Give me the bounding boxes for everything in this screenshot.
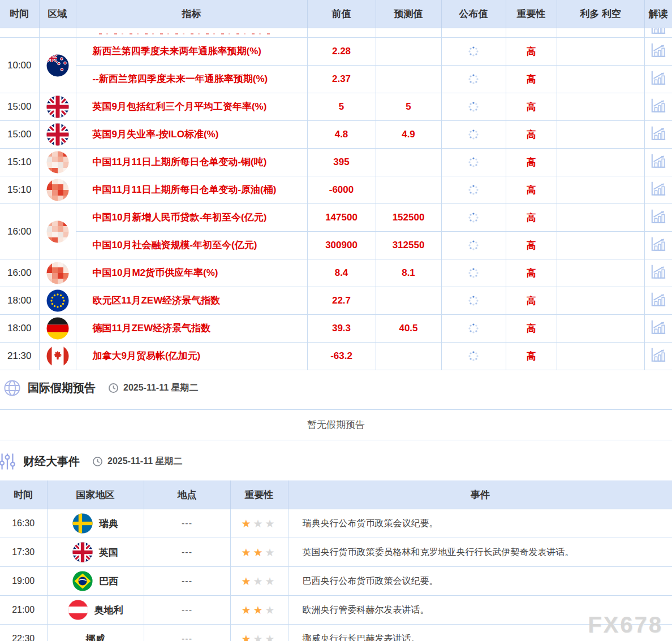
indicator-cell — [76, 28, 307, 38]
flag-uk-icon — [46, 123, 69, 146]
country-cell: 巴西 — [47, 567, 144, 596]
bias-cell — [557, 287, 644, 315]
importance-cell: 高 — [506, 176, 557, 204]
clock-icon — [92, 456, 103, 467]
chart-icon[interactable] — [650, 98, 667, 114]
indicator-link[interactable]: 新西兰第四季度未来两年通胀率预期(%) — [77, 45, 307, 57]
star-icon: ★ — [265, 547, 277, 558]
importance-cell: 高 — [506, 259, 557, 287]
chart-icon[interactable] — [650, 292, 667, 307]
chart-icon — [650, 28, 667, 37]
time-cell: 22:30 — [0, 625, 47, 641]
economic-row: 15:10中国11月11日上期所每日仓单变动-铜(吨)395高 — [0, 149, 672, 176]
importance-cell: 高 — [506, 121, 557, 149]
previous-cell: 395 — [307, 149, 376, 176]
chart-icon[interactable] — [650, 347, 667, 363]
indicator-link[interactable]: 英国9月失业率-按ILO标准(%) — [77, 128, 307, 140]
time-cell — [0, 28, 39, 38]
header-indicator: 指标 — [76, 0, 307, 28]
indicator-link[interactable]: 中国11月11日上期所每日仓单变动-原油(桶) — [77, 184, 307, 196]
interpretation-cell — [644, 315, 672, 343]
forecast-cell: 4.9 — [376, 121, 441, 149]
globe-icon — [3, 379, 21, 397]
loading-spinner-icon — [467, 128, 480, 141]
loading-spinner-icon — [467, 239, 480, 252]
importance-cell: ★★★ — [230, 625, 288, 641]
header-location: 地点 — [144, 480, 230, 509]
economic-row: 15:00英国9月包括红利三个月平均工资年率(%)55高 — [0, 93, 672, 121]
time-cell: 15:00 — [0, 93, 39, 121]
header-region: 区域 — [39, 0, 76, 28]
importance-cell: ★★★ — [230, 596, 288, 625]
location-cell: --- — [144, 567, 230, 596]
indicator-link[interactable]: 英国9月包括红利三个月平均工资年率(%) — [77, 101, 307, 112]
indicator-link[interactable]: 加拿大9月贸易帐(亿加元) — [77, 350, 307, 362]
indicator-cell: 英国9月失业率-按ILO标准(%) — [76, 121, 307, 149]
star-icon: ★ — [265, 604, 277, 616]
country-name: 英国 — [99, 546, 118, 559]
event-row: 22:30挪威---★★★挪威央行行长巴赫发表讲话。 — [0, 625, 672, 641]
indicator-cell: 中国11月11日上期所每日仓单变动-原油(桶) — [76, 176, 307, 204]
importance-cell: 高 — [506, 232, 557, 259]
forecast-cell — [376, 149, 441, 176]
header-event: 事件 — [288, 480, 672, 509]
indicator-link[interactable]: 欧元区11月ZEW经济景气指数 — [77, 294, 307, 306]
header-interpretation: 解读 — [644, 0, 672, 28]
header-time: 时间 — [0, 480, 47, 509]
indicator-link[interactable]: 中国10月社会融资规模-年初至今(亿元) — [77, 239, 307, 251]
loading-spinner-icon — [467, 156, 480, 168]
chart-icon[interactable] — [650, 70, 667, 86]
forecast-cell: 8.1 — [376, 259, 441, 287]
forecast-cell: 312550 — [376, 232, 441, 259]
loading-spinner-icon — [467, 184, 480, 196]
flag-ca-icon — [46, 345, 69, 367]
flag-de-icon — [46, 317, 69, 340]
events-table: 时间 国家地区 地点 重要性 事件 16:30瑞典---★★★瑞典央行公布货币政… — [0, 480, 672, 641]
loading-spinner-icon — [467, 322, 480, 335]
loading-spinner-icon — [467, 294, 480, 307]
flag-se-icon — [72, 513, 93, 534]
chart-icon[interactable] — [650, 209, 667, 224]
star-rating: ★★★ — [241, 604, 277, 616]
indicator-link[interactable]: --新西兰第四季度未来一年通胀率预期(%) — [77, 73, 307, 85]
previous-cell: 2.28 — [307, 38, 376, 66]
previous-cell: 300900 — [307, 232, 376, 259]
time-cell: 18:00 — [0, 287, 39, 315]
importance-cell: 高 — [506, 287, 557, 315]
header-importance: 重要性 — [230, 480, 288, 509]
interpretation-cell — [644, 204, 672, 232]
indicator-cell: 中国11月11日上期所每日仓单变动-铜(吨) — [76, 149, 307, 176]
economic-row: 15:00英国9月失业率-按ILO标准(%)4.84.9高 — [0, 121, 672, 149]
bias-cell — [557, 121, 644, 149]
importance-cell — [506, 28, 557, 38]
chart-icon[interactable] — [650, 236, 667, 252]
region-flag-cell — [39, 93, 76, 121]
indicator-link[interactable]: 中国10月M2货币供应年率(%) — [77, 267, 307, 279]
previous-cell: 147500 — [307, 204, 376, 232]
published-cell — [441, 28, 506, 38]
chart-icon[interactable] — [650, 125, 667, 141]
indicator-link[interactable]: 德国11月ZEW经济景气指数 — [77, 322, 307, 334]
chart-icon[interactable] — [650, 42, 667, 58]
chart-icon[interactable] — [650, 319, 667, 335]
location-cell: --- — [144, 538, 230, 567]
indicator-link[interactable]: 中国10月新增人民币贷款-年初至今(亿元) — [77, 211, 307, 223]
region-flag-cell — [39, 287, 76, 315]
flag-uk-icon — [46, 96, 69, 118]
chart-icon[interactable] — [650, 264, 667, 280]
previous-cell: 8.4 — [307, 259, 376, 287]
bias-cell — [557, 28, 644, 38]
region-flag-cell — [39, 38, 76, 93]
time-cell: 10:00 — [0, 38, 39, 93]
indicator-link[interactable]: 中国11月11日上期所每日仓单变动-铜(吨) — [77, 156, 307, 168]
chart-icon[interactable] — [650, 181, 667, 197]
time-cell: 19:00 — [0, 567, 47, 596]
previous-cell: 4.8 — [307, 121, 376, 149]
header-previous: 前值 — [307, 0, 376, 28]
forecast-cell — [376, 287, 441, 315]
header-published: 公布值 — [441, 0, 506, 28]
holiday-section-header: 国际假期预告 2025-11-11 星期二 — [0, 370, 672, 404]
published-cell — [441, 121, 506, 149]
indicator-cell: 中国10月M2货币供应年率(%) — [76, 259, 307, 287]
chart-icon[interactable] — [650, 153, 667, 169]
